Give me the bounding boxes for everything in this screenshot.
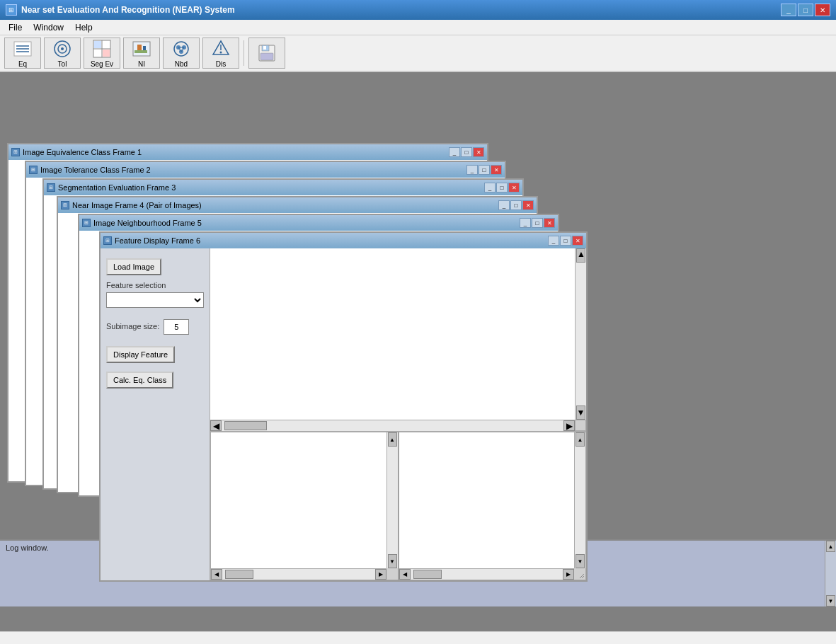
tol-icon	[52, 39, 72, 59]
top-vscroll-thumb[interactable]: ▲	[576, 248, 585, 263]
frame2-minimize[interactable]: _	[466, 165, 478, 175]
calc-eq-class-button[interactable]: Calc. Eq. Class	[106, 372, 173, 389]
frame6-icon: ⊞	[103, 236, 112, 245]
app-title: Near set Evaluation And Recognition (NEA…	[21, 5, 777, 15]
br-hscroll-thumb[interactable]	[413, 570, 442, 579]
frame3-title: ⊞ Segmentation Evaluation Frame 3 _ □ ✕	[44, 180, 522, 195]
frame4-minimize[interactable]: _	[498, 200, 510, 210]
menu-help[interactable]: Help	[69, 21, 98, 34]
nbd-icon	[171, 39, 191, 59]
top-hscroll-thumb[interactable]	[224, 421, 267, 430]
frame4-maximize[interactable]: □	[510, 200, 522, 210]
toolbar-separator	[244, 40, 244, 66]
br-hscrollbar[interactable]: ◀ ▶	[399, 568, 575, 580]
title-bar: ⊞ Near set Evaluation And Recognition (N…	[0, 0, 836, 20]
bl-vscroll-up[interactable]: ▲	[388, 432, 397, 447]
frame3-icon: ⊞	[47, 183, 55, 192]
toolbar: Eq Tol Seg Ev	[0, 35, 836, 72]
minimize-button[interactable]: _	[781, 4, 796, 16]
frame2-maximize[interactable]: □	[479, 165, 490, 175]
frame4-icon: ⊞	[61, 201, 69, 209]
close-button[interactable]: ✕	[815, 4, 830, 16]
bl-hscroll-left[interactable]: ◀	[211, 569, 222, 580]
ni-label: NI	[138, 60, 145, 68]
toolbar-ni-button[interactable]: NI	[123, 38, 160, 69]
frame6-title-text: Feature Display Frame 6	[115, 236, 545, 245]
log-scroll-down[interactable]: ▼	[826, 595, 835, 606]
top-vscrollbar[interactable]: ▲ ▼	[575, 248, 586, 420]
menu-window[interactable]: Window	[28, 21, 69, 34]
frame3-minimize[interactable]: _	[484, 183, 496, 192]
display-feature-button[interactable]: Display Feature	[106, 346, 175, 363]
frame1-close[interactable]: ✕	[473, 147, 484, 157]
frame1-title: ⊞ Image Equivalence Class Frame 1 _ □ ✕	[8, 144, 487, 160]
top-vscroll-down[interactable]: ▼	[576, 406, 585, 420]
frame1-icon: ⊞	[11, 148, 20, 156]
image-top-panel: ▲ ▼ ◀ ▶	[210, 248, 586, 432]
toolbar-nbd-button[interactable]: Nbd	[163, 38, 200, 69]
frame5-icon: ⊞	[82, 219, 91, 227]
subimage-size-input[interactable]	[164, 319, 189, 335]
log-scroll-up[interactable]: ▲	[826, 541, 835, 552]
frame4-title-text: Near Image Frame 4 (Pair of Images)	[72, 201, 496, 209]
frame1-minimize[interactable]: _	[449, 147, 460, 157]
scroll-corner	[575, 420, 586, 431]
toolbar-dis-button[interactable]: Dis	[202, 38, 239, 69]
menu-bar: File Window Help	[0, 20, 836, 35]
title-bar-controls: _ □ ✕	[781, 4, 830, 16]
svg-rect-13	[137, 45, 142, 50]
subimage-size-group: Subimage size:	[106, 319, 204, 335]
frame4-close[interactable]: ✕	[522, 200, 534, 210]
eq-label: Eq	[18, 60, 27, 68]
feature-selection-group: Feature selection	[106, 281, 204, 308]
br-scroll-corner	[574, 568, 585, 580]
left-panel: Load Image Feature selection Subimage si…	[101, 248, 210, 580]
bl-hscroll-thumb[interactable]	[225, 570, 253, 579]
top-hscroll-right[interactable]: ▶	[563, 420, 575, 431]
frame5-close[interactable]: ✕	[544, 218, 555, 228]
top-hscrollbar[interactable]: ◀ ▶	[210, 420, 575, 431]
top-hscroll-left[interactable]: ◀	[210, 420, 222, 431]
frame6-close[interactable]: ✕	[572, 236, 583, 246]
frame5-minimize[interactable]: _	[520, 218, 531, 228]
dis-label: Dis	[216, 60, 226, 68]
toolbar-eq-button[interactable]: Eq	[4, 38, 41, 69]
br-hscroll-right[interactable]: ▶	[563, 569, 574, 580]
frame6-maximize[interactable]: □	[560, 236, 571, 246]
maximize-button[interactable]: □	[798, 4, 813, 16]
bl-hscroll-right[interactable]: ▶	[375, 569, 386, 580]
toolbar-tol-button[interactable]: Tol	[44, 38, 81, 69]
frame6-content: Load Image Feature selection Subimage si…	[101, 248, 586, 580]
seg-label: Seg Ev	[91, 60, 113, 68]
menu-file[interactable]: File	[3, 21, 28, 34]
nbd-label: Nbd	[175, 60, 188, 68]
frame2-close[interactable]: ✕	[491, 165, 502, 175]
toolbar-save-button[interactable]	[248, 38, 285, 69]
bl-vscroll-down[interactable]: ▼	[388, 554, 397, 568]
frame6-minimize[interactable]: _	[548, 236, 559, 246]
ni-icon	[132, 39, 151, 59]
frame1-maximize[interactable]: □	[461, 147, 472, 157]
app-icon: ⊞	[6, 4, 17, 16]
load-image-button[interactable]: Load Image	[106, 258, 161, 275]
log-scrollbar[interactable]: ▲ ▼	[825, 541, 836, 606]
feature-selection-dropdown[interactable]	[106, 292, 204, 308]
frame3-maximize[interactable]: □	[496, 183, 508, 192]
frame3-close[interactable]: ✕	[508, 183, 520, 192]
bl-hscrollbar[interactable]: ◀ ▶	[211, 568, 386, 580]
br-vscroll-down[interactable]: ▼	[576, 554, 585, 568]
eq-icon	[13, 39, 33, 59]
bl-vscrollbar[interactable]: ▲ ▼	[386, 432, 398, 568]
bottom-left-panel: ▲ ▼ ◀ ▶	[210, 432, 399, 580]
br-vscroll-up[interactable]: ▲	[576, 432, 585, 447]
feature-selection-label: Feature selection	[106, 281, 204, 289]
frame5-title: ⊞ Image Neighbourhood Frame 5 _ □ ✕	[79, 215, 558, 231]
subimage-size-label: Subimage size:	[106, 322, 159, 330]
top-image-area	[210, 248, 575, 420]
br-vscrollbar[interactable]: ▲ ▼	[574, 432, 585, 568]
svg-rect-29	[260, 53, 273, 60]
frame5-maximize[interactable]: □	[532, 218, 543, 228]
br-hscroll-left[interactable]: ◀	[399, 569, 411, 580]
frame4-controls: _ □ ✕	[498, 200, 534, 210]
toolbar-seg-button[interactable]: Seg Ev	[84, 38, 120, 69]
